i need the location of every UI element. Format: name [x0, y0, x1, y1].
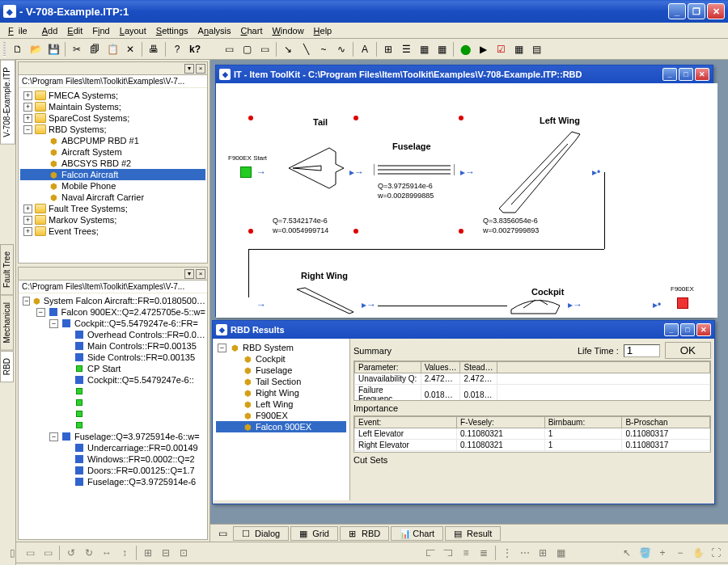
menu-analysis[interactable]: Analysis — [193, 24, 236, 37]
tree-item[interactable]: ⬢Mobile Phone — [20, 180, 205, 192]
dist-icon[interactable]: ⊞ — [534, 544, 552, 562]
grid-icon[interactable]: ▦ — [415, 40, 433, 58]
table2-icon[interactable]: ▤ — [527, 40, 545, 58]
tree-item[interactable]: ⬢Left Wing — [216, 398, 346, 410]
menu-layout[interactable]: Layout — [115, 24, 151, 37]
cut-icon[interactable]: ✂ — [68, 40, 86, 58]
fit-icon[interactable]: ⛶ — [707, 544, 725, 562]
rbd-max-button[interactable]: □ — [680, 323, 695, 336]
table-row[interactable]: Right Elevator0.1108032110.11080317 — [355, 440, 710, 451]
line-icon[interactable]: ╲ — [297, 40, 315, 58]
tab-grid[interactable]: ▦Grid — [290, 526, 338, 541]
fuselage-shape[interactable] — [374, 158, 455, 182]
tree-item[interactable]: +SpareCost Systems; — [20, 112, 205, 124]
tab-chart[interactable]: 📊Chart — [391, 526, 443, 541]
menu-settings[interactable]: Settings — [151, 24, 193, 37]
tree-item[interactable]: ⬢Aircraft System — [20, 146, 205, 158]
rbd-tree[interactable]: −⬢RBD System⬢Cockpit⬢Fuselage⬢Tail Secti… — [213, 339, 350, 500]
tree-item[interactable]: Cockpit::Q=5.5479247e-6:: — [20, 374, 205, 386]
text-icon[interactable]: A — [356, 40, 374, 58]
vtab-rbd[interactable]: RBD — [0, 351, 14, 382]
dist-icon[interactable]: ⋮ — [498, 544, 516, 562]
ok-button[interactable]: OK — [665, 342, 711, 359]
open-icon[interactable]: 📂 — [27, 40, 44, 58]
rbd-diagram[interactable]: F900EX Start Tail Q=7.5342174e-6 w=0.005… — [216, 83, 717, 318]
tree-item[interactable] — [20, 420, 205, 431]
dist-icon[interactable]: ⋯ — [516, 544, 534, 562]
pan-icon[interactable]: ✋ — [689, 544, 707, 562]
paste-icon[interactable]: 📋 — [104, 40, 121, 58]
tree-item[interactable]: Side Controls::FR=0.00135 — [20, 352, 205, 363]
project-tree[interactable]: +FMECA Systems;+Maintain Systems;+SpareC… — [19, 88, 207, 263]
start-node[interactable] — [240, 167, 252, 178]
rbd-titlebar[interactable]: ◆ RBD Results _ □ ✕ — [213, 321, 714, 339]
tree-item[interactable]: ⬢F900EX — [216, 410, 346, 421]
tree-item[interactable]: Fuselage::Q=3.9725914e-6 — [20, 476, 205, 487]
tree-item[interactable] — [20, 397, 205, 408]
tool-icon[interactable]: ▯ — [3, 544, 21, 562]
table-row[interactable]: Failure Frequenc…0.018…0.018… — [355, 385, 710, 402]
zoom-icon[interactable]: + — [654, 544, 671, 562]
connector-icon[interactable]: ↘ — [279, 40, 297, 58]
menu-window[interactable]: Window — [267, 24, 308, 37]
align-icon[interactable]: ≣ — [475, 544, 493, 562]
tool-icon[interactable]: ⊟ — [157, 544, 175, 562]
whatsthis-icon[interactable]: k? — [186, 40, 204, 58]
run-icon[interactable]: ▶ — [474, 40, 492, 58]
help-icon[interactable]: ? — [168, 40, 186, 58]
panel-dropdown2-icon[interactable]: ▾ — [184, 269, 194, 279]
tree-item[interactable]: +Event Trees; — [20, 226, 205, 237]
diagram-close-button[interactable]: ✕ — [695, 68, 709, 81]
rightwing-shape[interactable] — [293, 285, 358, 318]
tree-item[interactable]: Undercarriage::FR=0.00149 — [20, 442, 205, 453]
tool-icon[interactable]: ▭ — [39, 544, 57, 562]
copy-icon[interactable]: 🗐 — [86, 40, 104, 58]
vtab-faulttree[interactable]: Fault Tree — [0, 244, 14, 295]
diagram-min-button[interactable]: _ — [662, 68, 677, 81]
cockpit-shape[interactable] — [507, 293, 564, 318]
tree-item[interactable]: ⬢Right Wing — [216, 387, 346, 398]
go-icon[interactable]: ⬤ — [456, 40, 474, 58]
tab-result[interactable]: ▤Result — [445, 526, 501, 541]
tree-item[interactable]: +Markov Systems; — [20, 214, 205, 226]
panel-close2-icon[interactable]: × — [196, 269, 205, 279]
tree-item[interactable] — [20, 408, 205, 420]
menu-file[interactable]: File — [3, 24, 37, 37]
curve-icon[interactable]: ~ — [315, 40, 332, 58]
end-node[interactable] — [677, 297, 688, 309]
tree-item[interactable]: Main Controls::FR=0.00135 — [20, 340, 205, 352]
tree-item[interactable]: −⬢System Falcon Aircraft::FR=0.0180500… — [20, 295, 205, 306]
diagram-titlebar[interactable]: ◆ IT - Item ToolKit - C:\Program Files\I… — [216, 65, 713, 83]
tree-item[interactable]: −Fuselage::Q=3.9725914e-6::w= — [20, 431, 205, 442]
new-icon[interactable]: 🗋 — [9, 40, 27, 58]
menu-find[interactable]: Find — [87, 24, 114, 37]
tool-icon[interactable]: ⊡ — [175, 544, 193, 562]
leftwing-shape[interactable] — [491, 128, 588, 217]
align-icon[interactable]: ≡ — [457, 544, 475, 562]
tree-item[interactable]: +FMECA Systems; — [20, 90, 205, 101]
panel-dropdown-icon[interactable]: ▾ — [184, 64, 194, 74]
table-row[interactable]: Left Elevator0.1108032110.11080317 — [355, 428, 710, 440]
tree-item[interactable]: ⬢Fuselage — [216, 365, 346, 376]
close-button[interactable]: ✕ — [707, 3, 725, 19]
tool-icon[interactable]: ↻ — [80, 544, 98, 562]
tree-item[interactable] — [20, 386, 205, 397]
table-icon[interactable]: ▦ — [510, 40, 527, 58]
tree-item[interactable]: ⬢Falcon 900EX — [216, 421, 346, 432]
shape3-icon[interactable]: ▭ — [256, 40, 273, 58]
print-icon[interactable]: 🖶 — [145, 40, 163, 58]
tree-item[interactable]: −Cockpit::Q=5.5479247e-6::FR= — [20, 318, 205, 329]
check-icon[interactable]: ☑ — [492, 40, 510, 58]
importance-grid[interactable]: Event: F-Vesely: Birnbaum: B-Proschan Le… — [353, 415, 711, 453]
vtab-mechanical[interactable]: Mechanical — [0, 295, 14, 351]
tree-item[interactable]: +Fault Tree Systems; — [20, 203, 205, 214]
distribute-icon[interactable]: ☰ — [397, 40, 415, 58]
tree-item[interactable]: CP Start — [20, 363, 205, 374]
panel-close-icon[interactable]: × — [196, 64, 205, 74]
tree-item[interactable]: ⬢Tail Section — [216, 376, 346, 387]
tree-item[interactable]: Windows::FR=0.0002::Q=2 — [20, 453, 205, 465]
shape-icon[interactable]: ▭ — [220, 40, 238, 58]
restore-button[interactable]: ❐ — [688, 3, 705, 19]
tab-dialog[interactable]: ☐Dialog — [233, 526, 289, 541]
tree-item[interactable]: −⬢RBD System — [216, 342, 346, 353]
